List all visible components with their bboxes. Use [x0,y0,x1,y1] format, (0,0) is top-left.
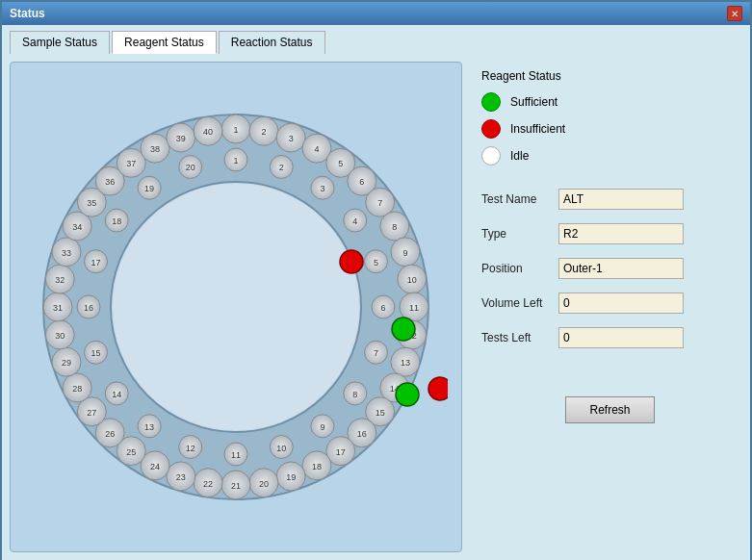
svg-text:6: 6 [380,303,385,313]
svg-text:15: 15 [91,348,100,358]
svg-text:6: 6 [359,177,364,187]
svg-point-125 [428,377,448,400]
svg-text:8: 8 [392,222,397,232]
tests-left-input[interactable] [558,327,684,348]
legend-insufficient: Insufficient [481,119,739,139]
svg-text:12: 12 [186,444,195,453]
svg-text:7: 7 [374,348,378,358]
svg-text:9: 9 [320,422,324,432]
sufficient-dot [481,92,501,112]
svg-text:19: 19 [144,184,154,193]
svg-text:5: 5 [374,258,378,267]
tab-reagent-status[interactable]: Reagent Status [112,31,217,54]
sufficient-label: Sufficient [510,95,558,109]
svg-point-123 [340,250,363,273]
svg-text:27: 27 [87,408,96,418]
svg-text:38: 38 [150,144,160,154]
tests-left-row: Tests Left [481,327,739,348]
svg-text:1: 1 [233,156,238,165]
svg-text:17: 17 [336,447,346,457]
svg-text:40: 40 [203,127,213,137]
svg-text:20: 20 [259,479,269,489]
svg-text:5: 5 [338,159,343,168]
tab-sample-status[interactable]: Sample Status [10,31,110,54]
svg-text:36: 36 [105,177,115,187]
svg-text:30: 30 [55,331,65,341]
svg-text:19: 19 [286,472,296,482]
svg-text:9: 9 [402,248,407,258]
svg-text:11: 11 [409,303,419,313]
svg-text:34: 34 [72,222,82,232]
svg-point-126 [396,383,419,406]
svg-text:31: 31 [53,303,63,313]
svg-text:39: 39 [176,134,186,143]
svg-text:8: 8 [352,390,357,399]
type-input[interactable] [558,223,684,244]
svg-text:7: 7 [377,198,382,208]
svg-text:14: 14 [112,390,121,399]
svg-text:16: 16 [357,429,367,439]
svg-text:22: 22 [203,479,213,489]
svg-text:26: 26 [105,429,115,439]
svg-point-124 [392,318,415,341]
svg-text:3: 3 [320,184,324,193]
svg-text:32: 32 [55,275,65,285]
svg-text:2: 2 [279,163,284,172]
tab-reaction-status[interactable]: Reaction Status [219,31,325,54]
idle-dot [481,146,501,165]
tests-left-label: Tests Left [481,331,558,344]
legend-sufficient: Sufficient [481,92,739,112]
svg-text:35: 35 [87,198,96,208]
svg-text:23: 23 [176,472,186,482]
svg-text:15: 15 [376,408,385,418]
svg-text:3: 3 [289,134,294,143]
idle-label: Idle [510,149,529,163]
svg-text:10: 10 [407,275,417,285]
insufficient-dot [481,119,501,139]
refresh-button[interactable]: Refresh [565,396,654,423]
type-label: Type [481,227,558,241]
svg-text:24: 24 [150,462,160,471]
close-button[interactable]: ✕ [727,6,742,21]
position-input[interactable] [558,258,684,279]
position-label: Position [481,262,558,275]
svg-text:16: 16 [84,303,93,313]
svg-text:2: 2 [261,127,266,137]
svg-text:20: 20 [186,163,195,172]
main-window: Status ✕ Sample Status Reagent Status Re… [0,0,752,560]
svg-text:37: 37 [126,159,136,168]
info-panel: Reagent Status Sufficient Insufficient I… [478,62,742,552]
volume-left-row: Volume Left [481,293,739,314]
svg-text:13: 13 [144,422,154,432]
svg-text:4: 4 [352,216,357,226]
position-row: Position [481,258,739,279]
test-name-row: Test Name [481,189,739,210]
volume-left-label: Volume Left [481,296,558,310]
test-name-input[interactable] [558,189,684,210]
title-bar: Status ✕ [2,2,750,25]
svg-text:17: 17 [91,258,100,267]
tab-bar: Sample Status Reagent Status Reaction St… [2,25,750,54]
wheel-panel: 1234567891011121314151617181920212223242… [10,62,462,552]
svg-text:28: 28 [72,384,82,394]
legend-idle: Idle [481,146,739,165]
svg-text:10: 10 [276,444,286,453]
volume-left-input[interactable] [558,293,684,314]
svg-text:1: 1 [233,125,238,135]
svg-text:11: 11 [231,450,241,460]
svg-text:18: 18 [312,462,322,471]
svg-point-2 [113,184,359,430]
svg-text:13: 13 [401,358,410,368]
svg-text:29: 29 [62,358,71,368]
type-row: Type [481,223,739,244]
legend-title: Reagent Status [481,69,739,83]
legend-section: Reagent Status Sufficient Insufficient I… [481,69,739,173]
content-area: 1234567891011121314151617181920212223242… [2,54,750,560]
svg-text:25: 25 [126,447,136,457]
svg-text:18: 18 [112,216,121,226]
svg-text:4: 4 [314,144,319,154]
svg-text:21: 21 [231,481,241,491]
svg-text:33: 33 [62,248,71,258]
window-title: Status [10,7,45,20]
reagent-wheel: 1234567891011121314151617181920212223242… [24,81,448,533]
